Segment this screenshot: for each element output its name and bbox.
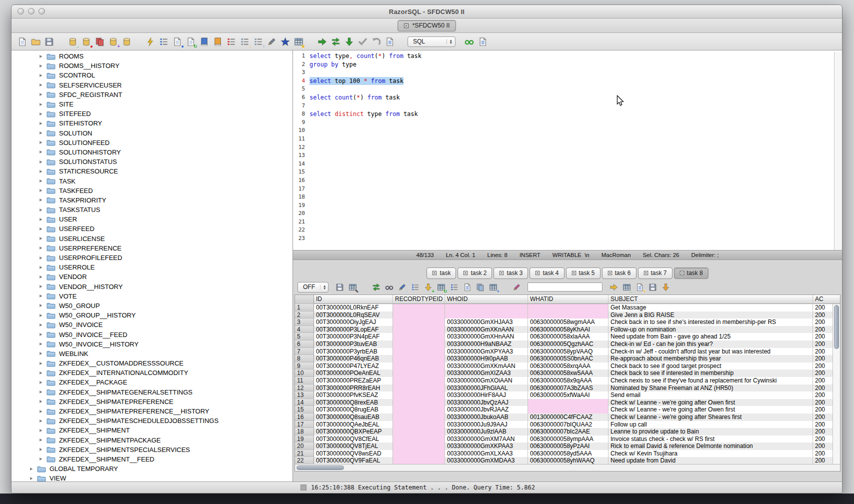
tree-item-solutionhistory[interactable]: SOLUTIONHISTORY (12, 148, 292, 157)
result-row[interactable]: 1400T3000000Q8rexEAB0033000000JbvQzAAJCh… (295, 399, 840, 406)
disclosure-triangle-icon[interactable] (38, 160, 43, 164)
cell-id[interactable]: 00T3000000PREZaEAP (314, 377, 393, 384)
cell-id[interactable]: 00T3000000QV8CfEAL (314, 436, 393, 443)
disclosure-triangle-icon[interactable] (38, 274, 43, 280)
results-tab-task-4[interactable]: task 4 (530, 268, 564, 279)
filter-results-icon[interactable]: ✎ (348, 282, 358, 292)
cell-whatid[interactable]: 00630000007bIc2AAE (528, 428, 608, 436)
close-window-button[interactable] (18, 8, 24, 14)
cell-whatid[interactable]: 006300000058yKhAAI (528, 326, 608, 334)
save-icon[interactable] (44, 36, 54, 47)
highlight-mode-select[interactable]: OFF ▲▼ (298, 282, 328, 292)
cell-whoid[interactable]: 0033000000Ju9zlAAB (445, 428, 528, 436)
result-row[interactable]: 1100T3000000PREZaEAP0033000000GmXOiAAN00… (295, 377, 840, 384)
cell-recordtypeid[interactable] (393, 414, 445, 421)
cell-whatid[interactable]: 006300000058ympAAA (528, 436, 608, 443)
execute-all-icon[interactable] (330, 36, 341, 47)
disclosure-triangle-icon[interactable] (38, 217, 43, 222)
save-results-icon[interactable] (334, 282, 344, 292)
cell-whoid[interactable]: 0033000000JbvQzAAJ (445, 399, 528, 406)
cell-recordtypeid[interactable] (393, 442, 445, 450)
cell-id[interactable]: 00T3000000PfvKSEAZ (314, 392, 393, 399)
close-tab-icon[interactable] (404, 23, 409, 28)
tree-item-scontrol[interactable]: SCONTROL (12, 70, 292, 80)
cell-whatid[interactable]: 00630000005xfWaAAI (528, 392, 608, 399)
insert-row-icon[interactable]: + (423, 282, 433, 292)
cell-recordtypeid[interactable] (393, 384, 445, 392)
search-next-icon[interactable] (608, 282, 618, 292)
export-table-icon[interactable]: → (622, 282, 632, 292)
describe-table-icon[interactable] (158, 36, 169, 47)
cell-whoid[interactable]: 0033000000JFhGlAAL (445, 384, 528, 392)
cell-subject[interactable]: Send email (608, 392, 813, 399)
cell-whatid[interactable]: 00630000007bIQUAA2 (528, 421, 608, 428)
cell-id[interactable]: 00T3000000P3N4pEAF (314, 333, 393, 340)
disclosure-triangle-icon[interactable] (38, 73, 43, 78)
document-tab[interactable]: *SFDCW50 II (398, 20, 456, 32)
disclosure-triangle-icon[interactable] (38, 140, 43, 145)
database-icon[interactable] (121, 36, 132, 47)
zoom-window-button[interactable] (38, 8, 45, 14)
execute-fetch-icon[interactable] (344, 36, 354, 47)
sort-descending-icon[interactable]: ↓ (239, 36, 250, 47)
tree-item-zkfedex-shipment-feed[interactable]: ZKFEDEX__SHIPMENT__FEED (12, 454, 292, 464)
view-as-text-icon[interactable] (462, 282, 472, 292)
cell-whoid[interactable]: 0033000000GmXKmAAN (445, 362, 528, 370)
tree-item-userrole[interactable]: USERROLE (12, 262, 292, 272)
tree-item-userlicense[interactable]: USERLICENSE (12, 234, 292, 244)
disclosure-triangle-icon[interactable] (38, 456, 43, 462)
close-tab-icon[interactable] (463, 270, 468, 276)
save-updates-icon[interactable] (648, 282, 658, 292)
disclosure-triangle-icon[interactable] (38, 380, 43, 385)
result-row[interactable]: 700T3000000P3yrbEAB0033000000GmXPYAA3006… (295, 348, 840, 356)
close-tab-icon[interactable] (644, 270, 648, 276)
disclosure-triangle-icon[interactable] (38, 265, 43, 270)
cell-whatid[interactable]: 006300000058wgmAAA (528, 318, 608, 326)
copy-table-icon[interactable]: + (488, 282, 498, 292)
row-number[interactable]: 20 (295, 442, 314, 450)
row-number[interactable]: 14 (295, 399, 314, 406)
results-tab-task-6[interactable]: task 6 (602, 268, 636, 279)
tree-item-zkfedex-shipment[interactable]: ZKFEDEX__SHIPMENT (12, 426, 292, 435)
row-number[interactable]: 21 (295, 450, 314, 458)
cell-recordtypeid[interactable] (393, 450, 445, 458)
cell-recordtypeid[interactable] (393, 377, 445, 384)
cell-recordtypeid[interactable] (393, 370, 445, 377)
cell-recordtypeid[interactable] (393, 436, 445, 443)
disclosure-triangle-icon[interactable] (38, 208, 43, 212)
tree-item-vendor[interactable]: VENDOR (12, 272, 292, 282)
edit-row-icon[interactable]: → (397, 282, 407, 292)
column-list-icon[interactable]: → (410, 282, 420, 292)
row-number[interactable]: 15 (295, 406, 314, 414)
results-search-input[interactable] (528, 282, 602, 292)
format-sql-icon[interactable] (266, 36, 277, 47)
close-tab-icon[interactable] (608, 270, 612, 276)
cell-id[interactable]: 00T3000000Q8rugEAB (314, 406, 393, 414)
cell-recordtypeid[interactable] (393, 406, 445, 414)
result-row[interactable]: 400T3000000P3LopEAF0033000000GmXKnAAN006… (295, 326, 840, 334)
row-number[interactable]: 7 (295, 348, 314, 356)
tree-item-zkfedex-shipmategeneralsettings[interactable]: ZKFEDEX__SHIPMATEGENERALSETTINGS (12, 388, 292, 397)
cell-id[interactable]: 00T3000000QV8TjEAL (314, 442, 393, 450)
tree-item-taskpriority[interactable]: TASKPRIORITY (12, 196, 292, 205)
results-tab-task-7[interactable]: task 7 (638, 268, 672, 279)
tree-item-global-temporary[interactable]: GLOBAL TEMPORARY (12, 464, 292, 474)
cell-whoid[interactable] (445, 312, 528, 319)
tree-item-zkfedex-shipmatepreference[interactable]: ZKFEDEX__SHIPMATEPREFERENCE (12, 397, 292, 406)
disclosure-triangle-icon[interactable] (38, 150, 43, 154)
row-number[interactable]: 1 (295, 304, 314, 312)
cell-whoid[interactable]: 0033000000GmXKPAA3 (445, 442, 528, 450)
open-file-icon[interactable] (30, 36, 41, 47)
cell-whatid[interactable] (528, 406, 608, 414)
cell-whatid[interactable] (528, 312, 608, 319)
cell-whatid[interactable]: 006300000058ypVAAQ (528, 348, 608, 356)
tree-item-selfserviceuser[interactable]: SELFSERVICEUSER (12, 80, 292, 90)
cell-recordtypeid[interactable] (393, 304, 445, 312)
cell-id[interactable]: 00T3000000P47LYEAZ (314, 362, 393, 370)
results-tab-task-2[interactable]: task 2 (458, 268, 492, 279)
cell-recordtypeid[interactable] (393, 457, 445, 464)
cell-whatid[interactable]: 00630000005QgzhAAC (528, 340, 608, 348)
cell-id[interactable]: 00T3000000P3LopEAF (314, 326, 393, 334)
cell-subject[interactable]: Need update from Bain - gave go ahead 1/… (608, 333, 813, 340)
cell-whoid[interactable]: 0033000000HirF8AAJ (445, 392, 528, 399)
